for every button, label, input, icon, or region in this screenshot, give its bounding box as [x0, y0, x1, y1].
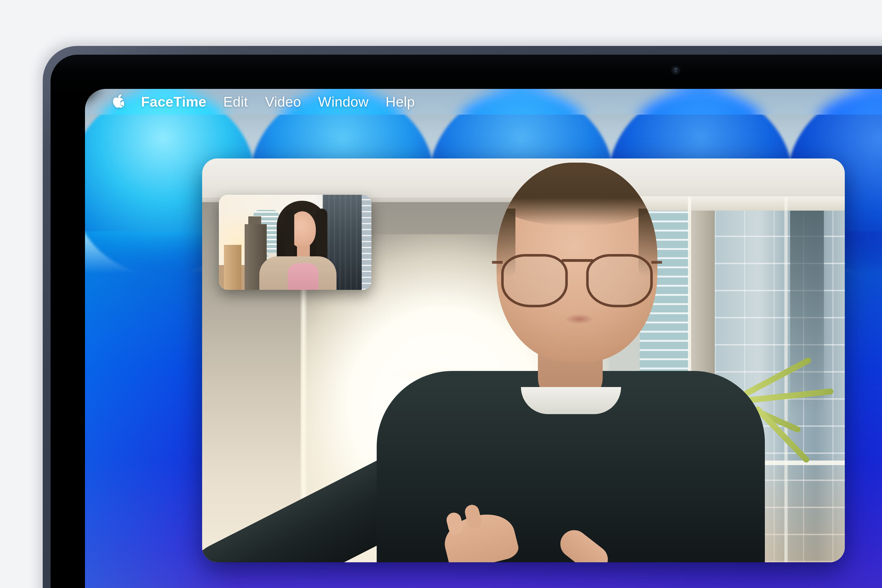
self-view-pip[interactable]: [219, 195, 371, 290]
apple-logo-icon[interactable]: [112, 94, 124, 108]
skyline-building: [224, 245, 242, 290]
facetime-window[interactable]: [202, 159, 845, 562]
tshirt-collar: [521, 387, 621, 414]
menu-item-window[interactable]: Window: [318, 94, 369, 110]
screen-bezel: FaceTime Edit Video Window Help: [51, 55, 882, 588]
aviator-glasses: [501, 250, 653, 308]
webcam-icon: [670, 65, 681, 76]
man-mouth: [566, 314, 593, 324]
light-facade: [362, 195, 371, 290]
menu-item-help[interactable]: Help: [386, 94, 415, 110]
menu-bar: FaceTime Edit Video Window Help: [85, 89, 882, 115]
menu-item-video[interactable]: Video: [265, 94, 301, 110]
window-mullion: [640, 196, 845, 211]
macbook-device: FaceTime Edit Video Window Help: [43, 46, 882, 588]
menu-item-facetime[interactable]: FaceTime: [141, 94, 206, 110]
woman-pink-top: [288, 263, 319, 290]
menu-item-edit[interactable]: Edit: [223, 94, 248, 110]
macos-desktop: FaceTime Edit Video Window Help: [85, 89, 882, 588]
